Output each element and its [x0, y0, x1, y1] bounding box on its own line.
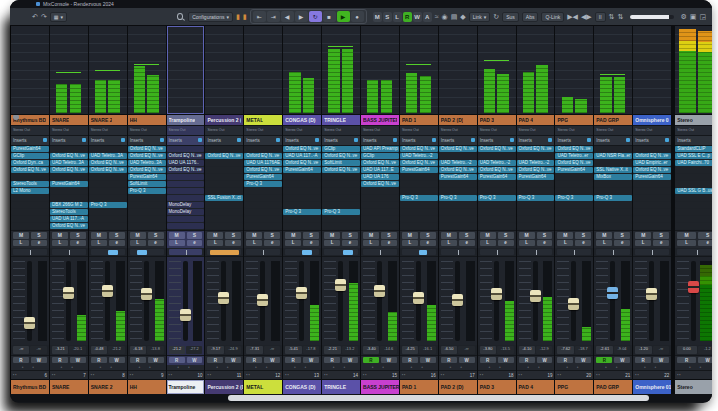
channel-routing[interactable]: Stereo Out [400, 126, 438, 136]
insert-slot[interactable]: GClip [11, 153, 49, 159]
channel-header[interactable]: PAD 2 (D) [439, 115, 477, 126]
write-automation-button[interactable]: W [31, 357, 47, 363]
channel-header[interactable]: Omnisphere 01 [633, 115, 671, 126]
fader-track[interactable] [691, 261, 696, 341]
pan-control[interactable] [596, 249, 630, 256]
cycle-button[interactable]: ↻ [309, 11, 322, 22]
listen-button[interactable]: L [363, 240, 379, 246]
insert-slot[interactable]: PurestGain64 [439, 174, 477, 180]
insert-slot[interactable] [322, 202, 360, 208]
pan-control[interactable] [169, 249, 203, 256]
rack-edit-icon[interactable] [198, 138, 202, 142]
insert-slot[interactable] [439, 202, 477, 208]
insert-slot[interactable]: Oxford EQ N..ve [439, 167, 477, 173]
insert-slot[interactable]: Oxford EQ N..ve [361, 181, 399, 187]
insert-slot[interactable] [517, 188, 555, 194]
rack-edit-icon[interactable] [315, 138, 319, 142]
fader-track[interactable] [260, 261, 265, 341]
channel-header[interactable]: SNARE [50, 115, 88, 126]
insert-slot[interactable] [517, 202, 555, 208]
insert-slot[interactable] [205, 181, 243, 187]
mute-button[interactable]: M [246, 232, 262, 239]
insert-slot[interactable] [322, 188, 360, 194]
insert-slot[interactable] [478, 181, 516, 187]
fader-cap[interactable] [374, 285, 385, 297]
insert-slot[interactable]: UAD SSL G B..us [675, 188, 712, 194]
insert-slot[interactable]: StereoTools [11, 181, 49, 187]
read-automation-button[interactable]: R [285, 357, 301, 363]
insert-slot[interactable]: MonoDelay [167, 202, 205, 208]
peak-db-value[interactable]: -∞ [653, 346, 669, 354]
insert-slot[interactable] [594, 181, 632, 187]
insert-slot[interactable] [633, 223, 671, 229]
insert-slot[interactable]: Pro-Q 3 [439, 195, 477, 201]
edit-channel-button[interactable]: e [303, 240, 319, 246]
insert-slot[interactable] [322, 216, 360, 222]
insert-slot[interactable] [283, 223, 321, 229]
inserts-rack-header[interactable]: Inserts [128, 136, 166, 146]
wave-icon[interactable]: ≈ [435, 12, 439, 21]
insert-slot[interactable] [205, 188, 243, 194]
fader-track[interactable] [649, 261, 654, 341]
insert-slot[interactable]: Oxford EQ N..ve [322, 167, 360, 173]
pan-control[interactable] [52, 249, 86, 256]
rack-edit-icon[interactable] [626, 138, 630, 142]
insert-slot[interactable]: Oxford EQ N..ve [400, 146, 438, 152]
read-automation-button[interactable]: R [635, 357, 651, 363]
link-dropdown[interactable]: Link ▾ [469, 12, 491, 22]
pan-control[interactable] [324, 249, 358, 256]
channel-routing[interactable]: Stereo Out [594, 126, 632, 136]
channel-name-label[interactable]: METAL [244, 379, 282, 394]
fader-cap[interactable] [296, 287, 307, 299]
abs-button[interactable]: Abs [522, 12, 539, 22]
fader-cap[interactable] [452, 294, 463, 306]
channel-name-label[interactable]: PAD 2 (D) [439, 379, 477, 394]
insert-slot[interactable] [517, 209, 555, 215]
mode-button-a[interactable]: A [423, 12, 432, 22]
channel-routing[interactable]: Stereo Out [322, 126, 360, 136]
edit-channel-button[interactable]: e [31, 240, 47, 246]
channel-header[interactable]: PPG [555, 115, 593, 126]
peak-db-value[interactable]: -14.6 [380, 346, 396, 354]
fader-cap[interactable] [491, 288, 502, 300]
insert-slot[interactable] [633, 181, 671, 187]
channel-name-label[interactable]: PAD GRP [594, 379, 632, 394]
fader-cap[interactable] [688, 281, 699, 293]
fader-cap[interactable] [24, 317, 35, 329]
insert-slot[interactable] [594, 209, 632, 215]
mute-button[interactable]: M [91, 232, 107, 239]
listen-button[interactable]: L [52, 240, 68, 246]
pan-control[interactable] [635, 249, 669, 256]
insert-slot[interactable] [283, 181, 321, 187]
solo-button[interactable]: S [31, 232, 47, 239]
grid-icon[interactable]: ▤ [451, 12, 458, 21]
insert-slot[interactable] [675, 223, 712, 229]
mode-button-r[interactable]: R [403, 12, 412, 22]
inserts-rack-header[interactable]: Inserts [11, 136, 49, 146]
window-layout-icon[interactable]: ▣ [690, 12, 697, 21]
insert-slot[interactable]: Oxford EQ N..ve [361, 160, 399, 166]
insert-slot[interactable] [89, 195, 127, 201]
insert-slot[interactable] [594, 188, 632, 194]
mute-button[interactable]: M [169, 232, 185, 239]
insert-slot[interactable] [322, 223, 360, 229]
insert-slot[interactable]: Oxford EQ N..ve [400, 160, 438, 166]
listen-button[interactable]: L [635, 240, 651, 246]
insert-slot[interactable]: Pro-Q 3 [128, 188, 166, 194]
insert-slot[interactable] [633, 216, 671, 222]
insert-slot[interactable]: StandardCLIP [675, 146, 712, 152]
solo-button[interactable]: S [70, 232, 86, 239]
write-automation-button[interactable]: W [148, 357, 164, 363]
fader-db-value[interactable]: -1.20 [635, 346, 651, 354]
insert-slot[interactable]: Oxford EQ N..ve [167, 167, 205, 173]
insert-slot[interactable] [400, 174, 438, 180]
fader-track[interactable] [455, 261, 460, 341]
listen-button[interactable]: L [130, 240, 146, 246]
inserts-rack-header[interactable]: Inserts [322, 136, 360, 146]
fader-db-value[interactable]: 0.00 [677, 346, 697, 354]
insert-slot[interactable] [205, 216, 243, 222]
channel-routing[interactable]: Stereo Out [555, 126, 593, 136]
read-automation-button[interactable]: R [169, 357, 185, 363]
insert-slot[interactable] [555, 216, 593, 222]
solo-button[interactable]: S [498, 232, 514, 239]
